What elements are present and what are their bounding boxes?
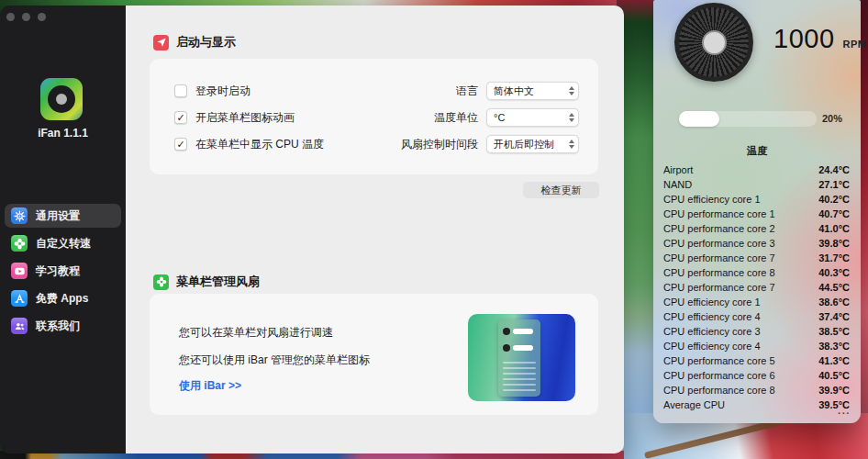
menubar-info-line2: 您还可以使用 iBar 管理您的菜单栏图标 xyxy=(179,353,370,368)
chevron-updown-icon xyxy=(569,86,574,95)
tutorial-play-icon xyxy=(11,263,28,279)
sidebar-nav: 通用设置 自定义转速 学习教程 免费 Apps 联系我们 xyxy=(5,204,121,338)
sensor-name: CPU efficiency core 1 xyxy=(663,297,818,308)
fan-hub xyxy=(702,30,727,55)
sensor-value: 40.5°C xyxy=(818,370,850,381)
checkbox[interactable]: ✓ xyxy=(174,111,187,124)
sensor-value: 24.4°C xyxy=(818,164,850,175)
chevron-updown-icon xyxy=(569,113,574,122)
temperature-row: CPU efficiency core 4 37.4°C xyxy=(653,309,861,324)
sensor-value: 38.6°C xyxy=(818,297,850,308)
temperature-row: CPU performance core 3 39.8°C xyxy=(653,236,861,251)
fan-speed-slider[interactable] xyxy=(679,111,817,127)
sensor-name: CPU efficiency core 1 xyxy=(663,194,818,205)
sensor-name: CPU performance core 6 xyxy=(663,370,818,381)
temperature-row: CPU efficiency core 1 40.2°C xyxy=(653,192,861,207)
launch-rocket-icon xyxy=(153,35,169,50)
launch-section-header: 启动与显示 xyxy=(153,34,236,50)
window-controls xyxy=(6,13,46,21)
sensor-value: 44.5°C xyxy=(818,282,850,293)
menubar-info-card: 您可以在菜单栏对风扇进行调速 您还可以使用 iBar 管理您的菜单栏图标 使用 … xyxy=(150,294,598,415)
launch-section-title: 启动与显示 xyxy=(176,34,236,50)
menubar-fan-icon xyxy=(153,274,169,290)
gear-icon xyxy=(11,207,28,224)
sensor-value: 39.8°C xyxy=(818,238,850,249)
sensor-name: CPU performance core 3 xyxy=(663,238,818,249)
preview-popover-panel xyxy=(498,319,540,397)
sidebar-item[interactable]: 自定义转速 xyxy=(5,231,121,255)
sensor-value: 40.2°C xyxy=(818,194,850,205)
sensor-name: Airport xyxy=(663,164,818,175)
sensor-name: CPU performance core 2 xyxy=(663,223,818,234)
temperature-row: CPU efficiency core 3 38.5°C xyxy=(653,324,861,339)
sensor-name: CPU efficiency core 4 xyxy=(663,341,818,352)
minimize-window-icon[interactable] xyxy=(22,13,30,21)
sidebar: iFan 1.1.1 通用设置 自定义转速 学习教程 免费 Apps 联系我们 xyxy=(0,6,126,453)
fan-menubar-popover: 1000 RPM 20% 温度 Airport 24.4°C NAND 27.1… xyxy=(653,0,861,423)
sensor-value: 41.3°C xyxy=(818,355,850,366)
sensor-value: 40.3°C xyxy=(818,267,850,278)
menubar-section-title: 菜单栏管理风扇 xyxy=(176,274,260,290)
select-column: 语言 简体中文 温度单位 °C 风扇控制时间段 开机后即控制 xyxy=(296,82,579,153)
temperature-row: CPU performance core 7 31.7°C xyxy=(653,251,861,265)
checkbox[interactable]: ✓ xyxy=(174,84,187,97)
sidebar-item[interactable]: 免费 Apps xyxy=(5,286,121,310)
sensor-name: CPU performance core 5 xyxy=(663,355,818,366)
temperature-row: CPU efficiency core 4 38.3°C xyxy=(653,339,861,353)
sensor-name: CPU performance core 1 xyxy=(663,208,818,219)
rpm-value: 1000 xyxy=(773,24,835,54)
temperature-row: CPU performance core 7 44.5°C xyxy=(653,280,861,295)
sensor-value: 40.7°C xyxy=(818,208,850,219)
menubar-section-header: 菜单栏管理风扇 xyxy=(153,274,260,290)
temperature-row: CPU performance core 5 41.3°C xyxy=(653,353,861,368)
settings-content: 启动与显示 ✓ 登录时启动 ✓ 开启菜单栏图标动画 ✓ 在菜单栏中显示 CPU … xyxy=(126,6,624,453)
sensor-name: CPU performance core 8 xyxy=(663,385,818,396)
rpm-readout: 1000 RPM xyxy=(773,24,866,54)
chevron-updown-icon xyxy=(569,140,574,149)
temperature-row: CPU performance core 8 40.3°C xyxy=(653,265,861,280)
sensor-name: CPU performance core 7 xyxy=(663,282,818,293)
sensor-name: CPU efficiency core 4 xyxy=(663,311,818,322)
settings-select-row: 语言 简体中文 xyxy=(296,82,579,100)
sensor-name: Average CPU xyxy=(663,399,818,410)
temperature-row: CPU performance core 8 39.9°C xyxy=(653,383,861,397)
app-name-version: iFan 1.1.1 xyxy=(0,127,126,140)
temperature-row: Average CPU 39.5°C xyxy=(653,397,861,412)
sensor-value: 31.7°C xyxy=(818,252,850,263)
sensor-value: 37.4°C xyxy=(818,311,850,322)
sensor-value: 38.3°C xyxy=(818,341,850,352)
zoom-window-icon[interactable] xyxy=(38,13,46,21)
contact-people-icon xyxy=(11,318,28,334)
temperature-row: CPU performance core 6 40.5°C xyxy=(653,368,861,383)
app-logo-icon xyxy=(40,78,83,120)
check-update-button[interactable]: 检查更新 xyxy=(523,182,599,198)
app-logo-hub xyxy=(56,94,67,105)
rpm-unit-label: RPM xyxy=(843,39,867,50)
sensor-value: 27.1°C xyxy=(818,179,850,190)
dropdown-select[interactable]: 简体中文 xyxy=(486,82,579,100)
temperatures-title: 温度 xyxy=(653,144,861,158)
dropdown-select[interactable]: °C xyxy=(486,108,579,127)
temperature-row: CPU performance core 1 40.7°C xyxy=(653,207,861,221)
sidebar-item[interactable]: 联系我们 xyxy=(5,314,121,338)
launch-settings-card: ✓ 登录时启动 ✓ 开启菜单栏图标动画 ✓ 在菜单栏中显示 CPU 温度 语言 … xyxy=(150,59,598,174)
temperature-row: Airport 24.4°C xyxy=(653,162,861,177)
temperature-list: Airport 24.4°C NAND 27.1°C CPU efficienc… xyxy=(653,162,861,412)
ibar-link[interactable]: 使用 iBar >> xyxy=(179,378,241,394)
menubar-preview-image xyxy=(468,314,575,401)
menubar-info-line1: 您可以在菜单栏对风扇进行调速 xyxy=(179,325,333,341)
sidebar-item[interactable]: 通用设置 xyxy=(5,204,121,228)
sensor-value: 41.0°C xyxy=(818,223,850,234)
settings-select-row: 风扇控制时间段 开机后即控制 xyxy=(296,135,579,153)
sensor-name: CPU performance core 7 xyxy=(663,252,818,263)
sidebar-item[interactable]: 学习教程 xyxy=(5,259,121,283)
close-window-icon[interactable] xyxy=(6,13,15,21)
fan-percent-label: 20% xyxy=(822,113,842,124)
fan-speed-icon xyxy=(11,235,28,252)
sensor-name: CPU performance core 8 xyxy=(663,267,818,278)
more-options-button[interactable]: ··· xyxy=(838,408,851,419)
temperature-row: CPU performance core 2 41.0°C xyxy=(653,221,861,236)
dropdown-select[interactable]: 开机后即控制 xyxy=(486,135,579,153)
checkbox[interactable]: ✓ xyxy=(174,138,187,151)
fan-speed-slider-fill[interactable] xyxy=(679,111,719,127)
